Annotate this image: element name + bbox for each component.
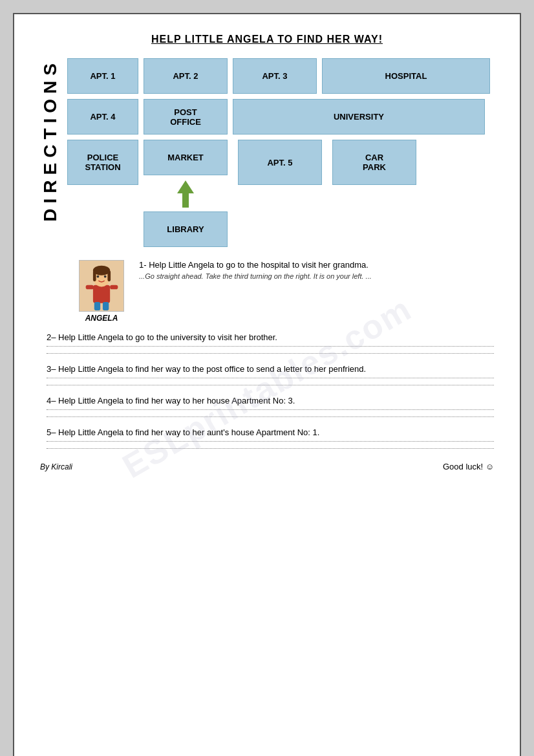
svg-marker-0 xyxy=(177,180,194,208)
map-row-3: POLICE STATION MARKET LIBRARY APT. 5 CAR… xyxy=(67,140,494,247)
map-row-2: APT. 4 POST OFFICE UNIVERSITY xyxy=(67,99,494,135)
answer-line-2a xyxy=(47,346,494,347)
svg-rect-5 xyxy=(92,270,96,281)
map-grid: APT. 1 APT. 2 APT. 3 HOSPITAL APT. 4 POS… xyxy=(67,58,494,247)
questions-section: 2– Help Little Angela to go to the unive… xyxy=(40,332,494,449)
question-block-2: 2– Help Little Angela to go to the unive… xyxy=(47,332,494,354)
worksheet-page: ESLprintables.com HELP LITTLE ANGELA TO … xyxy=(13,13,521,756)
cell-post-office: POST OFFICE xyxy=(144,99,228,135)
answer-line-4b xyxy=(47,416,494,417)
avatar xyxy=(79,260,124,312)
question-4-text: 4– Help Little Angela to find her way to… xyxy=(47,396,494,405)
svg-rect-1 xyxy=(92,285,109,303)
question-1-block: 1- Help Little Angela to go to the hospi… xyxy=(139,260,494,280)
question-1-answer: ...Go straight ahead. Take the third tur… xyxy=(139,272,494,280)
question-5-text: 5– Help Little Angela to find her way to… xyxy=(47,427,494,437)
angela-name: ANGELA xyxy=(85,314,118,323)
cell-apt3: APT. 3 xyxy=(233,58,317,94)
answer-line-3b xyxy=(47,385,494,385)
cell-library: LIBRARY xyxy=(144,211,228,247)
cell-apt1: APT. 1 xyxy=(67,58,138,94)
map-section: DIRECTIONS APT. 1 APT. 2 APT. 3 HOSPITAL… xyxy=(40,58,494,247)
svg-rect-10 xyxy=(110,285,118,289)
up-arrow-icon xyxy=(176,179,195,208)
question-1-text: 1- Help Little Angela to go to the hospi… xyxy=(139,260,494,270)
good-luck-label: Good luck! ☺ xyxy=(443,462,494,471)
svg-rect-6 xyxy=(107,270,111,281)
cell-university: UNIVERSITY xyxy=(233,99,485,135)
angela-illustration xyxy=(81,262,123,310)
cell-hospital: HOSPITAL xyxy=(322,58,490,94)
cell-apt4: APT. 4 xyxy=(67,99,138,135)
cell-market: MARKET xyxy=(144,140,228,175)
question-block-4: 4– Help Little Angela to find her way to… xyxy=(47,396,494,417)
author-label: By Kircali xyxy=(40,462,72,471)
answer-line-5b xyxy=(47,448,494,449)
angela-section: ANGELA 1- Help Little Angela to go to th… xyxy=(40,260,494,323)
svg-rect-9 xyxy=(85,285,93,289)
map-row-1: APT. 1 APT. 2 APT. 3 HOSPITAL xyxy=(67,58,494,94)
cell-car-park: CAR PARK xyxy=(332,140,416,185)
answer-line-3a xyxy=(47,378,494,378)
question-3-text: 3– Help Little Angela to find her way to… xyxy=(47,364,494,374)
svg-rect-11 xyxy=(94,301,100,310)
question-block-3: 3– Help Little Angela to find her way to… xyxy=(47,364,494,385)
answer-line-4a xyxy=(47,409,494,410)
svg-point-8 xyxy=(103,275,106,277)
svg-rect-12 xyxy=(102,301,108,310)
footer: By Kircali Good luck! ☺ xyxy=(40,462,494,471)
arrow-container xyxy=(144,180,228,206)
directions-label: DIRECTIONS xyxy=(40,58,61,228)
angela-figure: ANGELA xyxy=(76,260,127,323)
cell-apt5: APT. 5 xyxy=(238,140,322,185)
question-block-5: 5– Help Little Angela to find her way to… xyxy=(47,427,494,449)
page-title: HELP LITTLE ANGELA TO FIND HER WAY! xyxy=(40,34,494,45)
question-2-text: 2– Help Little Angela to go to the unive… xyxy=(47,332,494,342)
cell-apt2: APT. 2 xyxy=(144,58,228,94)
answer-line-2b xyxy=(47,353,494,354)
answer-line-5a xyxy=(47,441,494,442)
cell-police-station: POLICE STATION xyxy=(67,140,138,185)
svg-point-7 xyxy=(96,275,99,277)
